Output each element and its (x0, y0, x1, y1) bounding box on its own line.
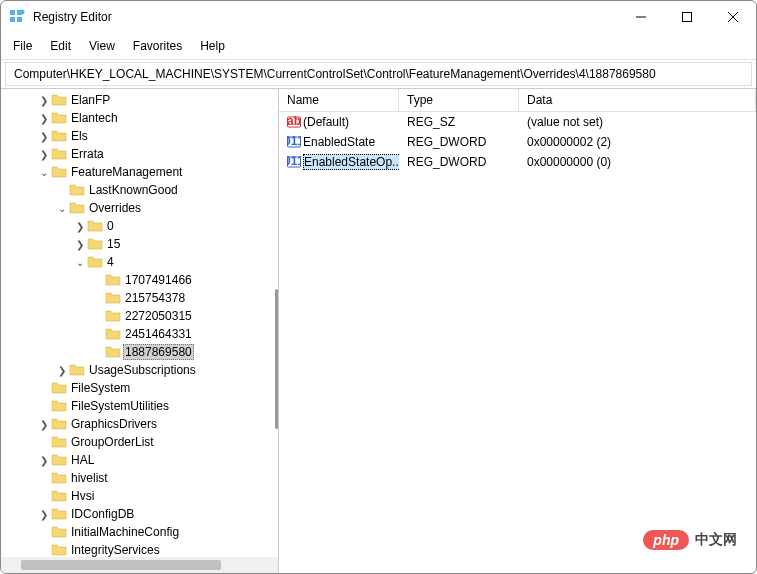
menu-file[interactable]: File (5, 35, 40, 57)
watermark-badge: php (643, 530, 689, 550)
tree-node[interactable]: ❯15 (1, 235, 278, 253)
value-row[interactable]: ab(Default)REG_SZ(value not set) (279, 112, 756, 132)
column-header-type[interactable]: Type (399, 89, 519, 111)
tree-node[interactable]: Hvsi (1, 487, 278, 505)
tree-node-label: Hvsi (69, 489, 96, 503)
tree-node-label: 1887869580 (123, 344, 194, 360)
tree-node-label: GroupOrderList (69, 435, 156, 449)
tree-pane: ❯ElanFP❯Elantech❯Els❯Errata⌄FeatureManag… (1, 89, 279, 573)
tree-node[interactable]: ⌄Overrides (1, 199, 278, 217)
tree-node[interactable]: ❯IDConfigDB (1, 505, 278, 523)
expand-icon[interactable]: ❯ (37, 95, 51, 106)
tree-node-label: 215754378 (123, 291, 187, 305)
tree-body[interactable]: ❯ElanFP❯Elantech❯Els❯Errata⌄FeatureManag… (1, 89, 278, 557)
close-button[interactable] (710, 1, 756, 33)
svg-text:011: 011 (287, 155, 301, 168)
svg-rect-3 (17, 17, 22, 22)
tree-node[interactable]: ❯HAL (1, 451, 278, 469)
tree-node-label: HAL (69, 453, 96, 467)
expand-icon[interactable]: ❯ (55, 365, 69, 376)
pane-resize-handle[interactable] (275, 289, 278, 429)
value-type: REG_SZ (399, 113, 519, 131)
content-area: ❯ElanFP❯Elantech❯Els❯Errata⌄FeatureManag… (1, 88, 756, 573)
tree-node[interactable]: 215754378 (1, 289, 278, 307)
tree-node[interactable]: ⌄FeatureManagement (1, 163, 278, 181)
values-pane: Name Type Data ab(Default)REG_SZ(value n… (279, 89, 756, 573)
tree-node[interactable]: ❯GraphicsDrivers (1, 415, 278, 433)
svg-rect-6 (683, 13, 692, 22)
tree-node-label: Elantech (69, 111, 120, 125)
tree-node[interactable]: 1887869580 (1, 343, 278, 361)
address-bar[interactable]: Computer\HKEY_LOCAL_MACHINE\SYSTEM\Curre… (5, 62, 752, 86)
svg-point-4 (20, 10, 25, 15)
tree-node[interactable]: ❯Els (1, 127, 278, 145)
svg-rect-2 (10, 17, 15, 22)
tree-node[interactable]: ❯ElanFP (1, 91, 278, 109)
menu-edit[interactable]: Edit (42, 35, 79, 57)
tree-node[interactable]: GroupOrderList (1, 433, 278, 451)
value-name: EnabledState (303, 135, 375, 149)
tree-horizontal-scrollbar[interactable] (1, 557, 278, 573)
maximize-button[interactable] (664, 1, 710, 33)
collapse-icon[interactable]: ⌄ (37, 167, 51, 178)
menu-help[interactable]: Help (192, 35, 233, 57)
titlebar: Registry Editor (1, 1, 756, 33)
value-type: REG_DWORD (399, 133, 519, 151)
tree-node[interactable]: InitialMachineConfig (1, 523, 278, 541)
tree-node-label: 4 (105, 255, 116, 269)
column-header-name[interactable]: Name (279, 89, 399, 111)
tree-node[interactable]: ❯0 (1, 217, 278, 235)
expand-icon[interactable]: ❯ (73, 221, 87, 232)
expand-icon[interactable]: ❯ (73, 239, 87, 250)
values-header: Name Type Data (279, 89, 756, 112)
value-data: 0x00000002 (2) (519, 133, 756, 151)
expand-icon[interactable]: ❯ (37, 509, 51, 520)
menu-favorites[interactable]: Favorites (125, 35, 190, 57)
tree-node[interactable]: ❯Errata (1, 145, 278, 163)
expand-icon[interactable]: ❯ (37, 113, 51, 124)
tree-node-label: Errata (69, 147, 106, 161)
tree-node[interactable]: ❯Elantech (1, 109, 278, 127)
value-row[interactable]: 011EnabledStateOp...REG_DWORD0x00000000 … (279, 152, 756, 172)
expand-icon[interactable]: ❯ (37, 455, 51, 466)
tree-node[interactable]: 2451464331 (1, 325, 278, 343)
value-name: EnabledStateOp... (303, 154, 399, 170)
watermark-text: 中文网 (695, 531, 737, 549)
tree-node-label: 1707491466 (123, 273, 194, 287)
tree-node-label: 0 (105, 219, 116, 233)
tree-node-label: 2451464331 (123, 327, 194, 341)
tree-node[interactable]: 1707491466 (1, 271, 278, 289)
tree-node[interactable]: ⌄4 (1, 253, 278, 271)
tree-node-label: LastKnownGood (87, 183, 180, 197)
tree-node-label: Overrides (87, 201, 143, 215)
minimize-button[interactable] (618, 1, 664, 33)
tree-node[interactable]: ❯UsageSubscriptions (1, 361, 278, 379)
expand-icon[interactable]: ❯ (37, 419, 51, 430)
expand-icon[interactable]: ❯ (37, 131, 51, 142)
tree-node[interactable]: LastKnownGood (1, 181, 278, 199)
column-header-data[interactable]: Data (519, 89, 756, 111)
tree-node-label: FeatureManagement (69, 165, 184, 179)
watermark: php 中文网 (643, 530, 737, 550)
tree-node[interactable]: hivelist (1, 469, 278, 487)
tree-node[interactable]: 2272050315 (1, 307, 278, 325)
value-row[interactable]: 011EnabledStateREG_DWORD0x00000002 (2) (279, 132, 756, 152)
tree-node-label: FileSystem (69, 381, 132, 395)
tree-node-label: ElanFP (69, 93, 112, 107)
tree-node-label: GraphicsDrivers (69, 417, 159, 431)
svg-text:ab: ab (287, 115, 301, 128)
collapse-icon[interactable]: ⌄ (73, 257, 87, 268)
tree-node[interactable]: IntegrityServices (1, 541, 278, 557)
tree-node[interactable]: FileSystemUtilities (1, 397, 278, 415)
tree-node-label: IDConfigDB (69, 507, 136, 521)
value-name: (Default) (303, 115, 349, 129)
tree-node-label: IntegrityServices (69, 543, 162, 557)
tree-node-label: FileSystemUtilities (69, 399, 171, 413)
tree-node[interactable]: FileSystem (1, 379, 278, 397)
value-type: REG_DWORD (399, 153, 519, 171)
value-data: (value not set) (519, 113, 756, 131)
expand-icon[interactable]: ❯ (37, 149, 51, 160)
app-icon (9, 9, 25, 25)
collapse-icon[interactable]: ⌄ (55, 203, 69, 214)
menu-view[interactable]: View (81, 35, 123, 57)
